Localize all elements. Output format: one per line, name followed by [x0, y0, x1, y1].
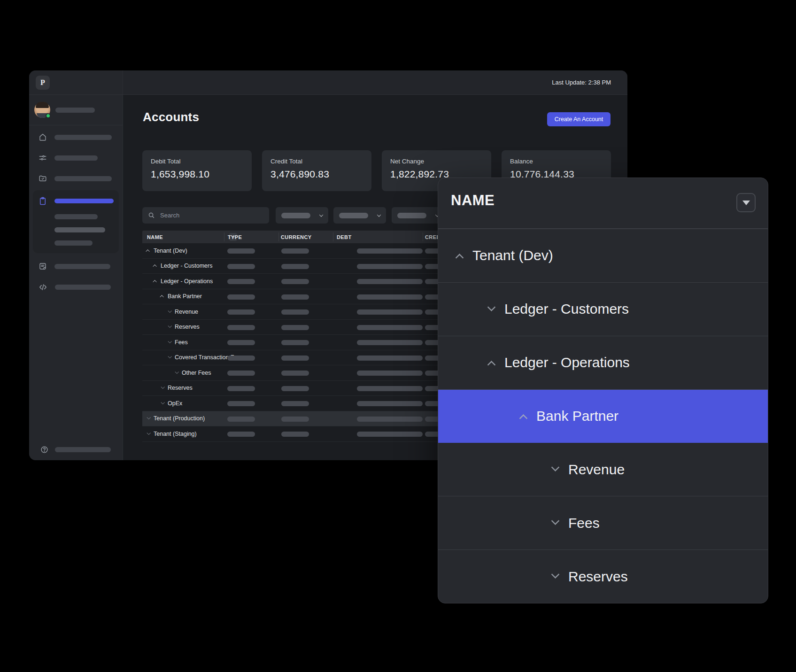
panel-row[interactable]: Ledger - Operations [438, 336, 768, 390]
cell-skeleton [357, 417, 423, 422]
chevron-down-icon[interactable] [168, 355, 171, 358]
chevron-up-icon[interactable] [153, 280, 156, 284]
cell-skeleton [227, 386, 255, 391]
chevron-down-icon[interactable] [147, 431, 150, 434]
sidebar-item-folder-check[interactable] [29, 168, 123, 189]
cell-skeleton [227, 371, 255, 376]
user-profile[interactable] [29, 95, 123, 125]
sidebar-item-home[interactable] [29, 127, 123, 147]
chevron-down-icon[interactable] [551, 570, 559, 579]
row-label: OpEx [168, 400, 182, 407]
chevron-down-icon[interactable] [168, 339, 171, 343]
cell-skeleton [281, 386, 309, 391]
stat-label: Net Change [390, 158, 483, 165]
chevron-up-icon[interactable] [146, 249, 149, 253]
column-header-currency[interactable]: CURRENCY [281, 231, 312, 243]
chevron-down-icon[interactable] [161, 385, 164, 389]
chevron-up-icon[interactable] [160, 295, 163, 299]
cell-skeleton [357, 294, 423, 300]
folder-check-icon [39, 174, 47, 183]
panel-row-selected[interactable]: Bank Partner [438, 390, 768, 443]
search-input[interactable] [159, 211, 263, 219]
cell-skeleton [281, 355, 309, 361]
cell-skeleton [281, 401, 309, 406]
search-box[interactable] [142, 207, 269, 224]
cell-skeleton [357, 264, 423, 269]
chevron-down-icon[interactable] [487, 303, 495, 311]
stat-value: 1,653,998.10 [151, 169, 243, 180]
filter-dropdown-1[interactable] [276, 207, 328, 224]
triangle-down-icon [742, 201, 750, 205]
chevron-down-icon[interactable] [161, 400, 164, 404]
stat-card: Credit Total3,476,890.83 [262, 150, 371, 191]
chevron-down-icon[interactable] [551, 463, 559, 471]
cell-skeleton [357, 309, 423, 315]
row-label: Ledger - Customers [161, 263, 212, 269]
column-divider [423, 232, 423, 241]
create-account-button[interactable]: Create An Account [547, 112, 611, 126]
row-label: Other Fees [182, 370, 211, 376]
column-header-type[interactable]: TYPE [228, 231, 242, 243]
cell-skeleton [227, 325, 255, 330]
sidebar-subitem[interactable] [33, 236, 119, 249]
panel-row[interactable]: Tenant (Dev) [438, 229, 768, 283]
sidebar-subitem[interactable] [33, 223, 119, 236]
column-divider [278, 232, 279, 241]
column-header-name[interactable]: NAME [147, 231, 163, 243]
cell-skeleton [227, 355, 255, 361]
row-label: Reserves [168, 385, 193, 391]
chevron-up-icon[interactable] [455, 253, 464, 262]
avatar [34, 102, 50, 118]
filter-dropdown-2[interactable] [333, 207, 386, 224]
chevron-up-icon[interactable] [153, 264, 156, 268]
stat-value: 3,476,890.83 [270, 169, 363, 180]
chevron-up-icon[interactable] [487, 360, 495, 369]
chevron-up-icon[interactable] [519, 414, 527, 422]
chevron-down-icon[interactable] [168, 324, 171, 328]
chevron-down-icon[interactable] [175, 370, 178, 373]
panel-row[interactable]: Reserves [438, 550, 768, 603]
chevron-down-icon[interactable] [168, 309, 171, 312]
panel-row-label: Ledger - Operations [504, 355, 630, 371]
chevron-down-icon [377, 213, 381, 216]
stat-card: Debit Total1,653,998.10 [142, 150, 252, 191]
panel-row[interactable]: Ledger - Customers [438, 283, 768, 336]
online-status-dot [46, 113, 51, 118]
panel-title: NAME [451, 192, 495, 209]
sidebar-nav [29, 127, 123, 297]
cell-skeleton [281, 279, 309, 284]
panel-row-label: Tenant (Dev) [472, 247, 553, 263]
cell-skeleton [357, 371, 423, 376]
cell-skeleton [357, 432, 423, 437]
sidebar-item-help[interactable] [29, 444, 111, 455]
logo-row: P [29, 70, 123, 95]
cell-skeleton [357, 248, 423, 254]
column-dropdown-button[interactable] [736, 193, 756, 212]
panel-row[interactable]: Revenue [438, 443, 768, 496]
app-logo[interactable]: P [36, 76, 50, 90]
column-header-debt[interactable]: DEBT [337, 231, 352, 243]
chevron-down-icon [319, 213, 323, 216]
cell-skeleton [227, 340, 255, 345]
sidebar-item-sliders[interactable] [29, 147, 123, 168]
stat-label: Balance [510, 158, 603, 165]
panel-row[interactable]: Fees [438, 496, 768, 550]
sidebar-item-accounts[interactable] [33, 192, 119, 210]
column-divider [224, 232, 224, 241]
row-label: Tenant (Dev) [154, 247, 187, 254]
sliders-icon [39, 154, 47, 162]
sidebar-subitem[interactable] [33, 210, 119, 223]
cell-skeleton [281, 309, 309, 315]
chevron-down-icon[interactable] [551, 517, 559, 525]
cell-skeleton [281, 264, 309, 269]
row-label: Tenant (Staging) [154, 431, 197, 437]
cell-skeleton [357, 355, 423, 361]
sidebar: P [29, 70, 123, 460]
panel-row-label: Fees [568, 515, 600, 531]
cell-skeleton [227, 401, 255, 406]
panel-header: NAME [438, 178, 768, 229]
filter-dropdown-3[interactable] [392, 207, 444, 224]
sidebar-item-code[interactable] [29, 277, 123, 297]
chevron-down-icon[interactable] [147, 416, 150, 419]
sidebar-item-note[interactable] [29, 256, 123, 277]
